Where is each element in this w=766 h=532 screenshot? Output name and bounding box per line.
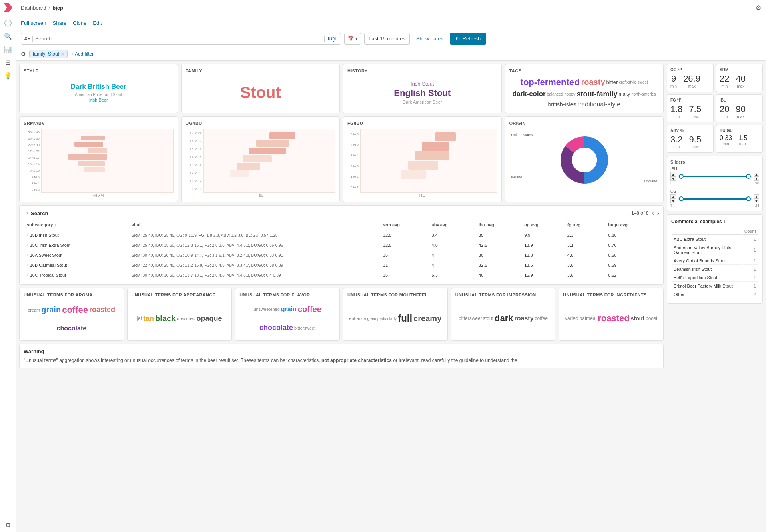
col-srm-avg[interactable]: srm.avg	[380, 220, 429, 230]
og-max-val: 24	[755, 204, 759, 208]
col-ibu-avg[interactable]: ibu.avg	[475, 220, 521, 230]
tags-content: top-fermented roasty bitter craft-style …	[509, 76, 660, 108]
commercial-item-name: Beamish Irish Stout	[672, 266, 742, 273]
ibu-stepper-up[interactable]: ▲	[670, 172, 676, 176]
wc-appearance-title: Unusual terms for Appearance	[132, 292, 228, 297]
commercial-item-name: ABC Extra Stout	[672, 236, 742, 243]
family-content: Stout	[186, 76, 336, 108]
filter-settings-icon[interactable]: ⚙	[21, 51, 26, 57]
ibu-slider-thumb-left[interactable]	[679, 174, 684, 179]
cell-abv-avg: 5.3	[429, 270, 476, 280]
hash-dropdown[interactable]: # ▾	[24, 36, 33, 42]
wc-impression-stout: stout	[483, 316, 493, 321]
commercial-table: Count ABC Extra Stout 1 Anderson Valley …	[671, 228, 758, 299]
stat-abv-min: 3.2	[670, 134, 683, 145]
ibu-stepper-left[interactable]: ▲ ▼	[670, 172, 676, 181]
ibu-slider-track[interactable]	[678, 176, 752, 177]
og-stepper-down[interactable]: ▼	[670, 199, 676, 203]
search-expand-icon[interactable]: ⇒	[24, 210, 28, 216]
ibu-slider-control: ▲ ▼ ▲ ▼	[670, 172, 759, 181]
search-input[interactable]	[35, 36, 324, 42]
ibu-stepper-down2[interactable]: ▼	[754, 176, 759, 181]
og-ibu-x-label: IBU	[186, 194, 336, 198]
og-stepper-right[interactable]: ▲ ▼	[754, 194, 759, 203]
sidebar-icon-clock[interactable]: 🕐	[4, 19, 12, 27]
stat-ibu: IBU 20 min 90 max	[716, 94, 763, 122]
cell-abv-avg: 4.8	[429, 240, 476, 250]
col-abv-avg[interactable]: abv.avg	[429, 220, 476, 230]
ibu-stepper-up2[interactable]: ▲	[754, 172, 759, 176]
wc-flavor-chocolate: chocolate	[259, 324, 293, 332]
og-slider-thumb-right[interactable]	[746, 196, 751, 201]
cell-vital: SRM: 30-40, IBU: 20-40, OG: 10.9-14.7, F…	[128, 250, 380, 260]
col-fg-avg[interactable]: fg.avg	[564, 220, 605, 230]
sidebar-icon-layers[interactable]: ⊞	[5, 59, 10, 66]
origin-chart: United States Ireland England	[509, 129, 660, 191]
calendar-button[interactable]: 📅 ▾	[344, 33, 361, 45]
ibu-stepper-down[interactable]: ▼	[670, 176, 676, 181]
og-ibu-y-labels: 17 to 2416 to 1715 to 1614 to 1513 to 14…	[186, 129, 202, 193]
tag-british-isles: british-isles	[548, 101, 576, 108]
wc-mouthfeel-content: enhance grain particularly full creamy	[347, 300, 443, 336]
ibu-slider-thumb-right[interactable]	[746, 174, 751, 179]
ibu-slider-row: IBU ▲ ▼ ▲ ▼	[670, 167, 759, 185]
nav-edit[interactable]: Edit	[93, 20, 102, 26]
breadcrumb-dashboard[interactable]: Dashboard	[21, 5, 46, 11]
stat-abv-values: 3.2 min 9.5 max	[670, 134, 710, 149]
row-expand-btn[interactable]: ›	[27, 233, 28, 238]
settings-icon[interactable]: ⚙	[756, 4, 761, 11]
col-subcategory[interactable]: subcategory ↑	[24, 220, 128, 230]
active-filter-family-stout: family: Stout ×	[29, 50, 68, 58]
word-cloud-ingredients: Unusual terms for Ingredients varied oat…	[559, 288, 664, 341]
col-og-avg[interactable]: og.avg	[521, 220, 564, 230]
cell-ibu-avg: 32.5	[475, 260, 521, 270]
search-table-body: ›15B Irish Stout SRM: 25-40, IBU: 25-45,…	[24, 230, 659, 280]
row-expand-btn[interactable]: ›	[27, 263, 28, 268]
stat-abv-max-label: max	[689, 145, 702, 149]
add-filter-button[interactable]: + Add filter	[71, 51, 94, 57]
sidebar-icon-bulb[interactable]: 💡	[4, 72, 12, 80]
tag-malty: malty	[619, 91, 630, 97]
next-page-button[interactable]: ›	[657, 210, 659, 217]
og-stepper-up[interactable]: ▲	[670, 194, 676, 199]
cell-subcategory: ›16B Oatmeal Stout	[24, 260, 128, 270]
commercial-info-icon[interactable]: ℹ	[724, 219, 725, 224]
row-expand-btn[interactable]: ›	[27, 243, 28, 248]
wc-aroma-coffee: coffee	[62, 305, 88, 315]
nav-fullscreen[interactable]: Full screen	[21, 20, 46, 26]
og-slider-thumb-left[interactable]	[679, 196, 684, 201]
table-row: ›16C Tropical Stout SRM: 30-40, IBU: 30-…	[24, 270, 659, 280]
table-row: ›16A Sweet Stout SRM: 30-40, IBU: 20-40,…	[24, 250, 659, 260]
nav-share[interactable]: Share	[53, 20, 67, 26]
cell-srm-avg: 32.5	[380, 240, 429, 250]
style-card-title: Style	[24, 68, 174, 73]
cell-bugu-avg: 0.62	[605, 270, 659, 280]
row-expand-btn[interactable]: ›	[27, 253, 28, 258]
col-bugu-avg[interactable]: bugu.avg	[605, 220, 659, 230]
stat-abv: ABV % 3.2 min 9.5 max	[667, 125, 714, 153]
filter-remove-button[interactable]: ×	[61, 51, 64, 57]
og-slider-track[interactable]	[678, 198, 752, 200]
og-stepper-down2[interactable]: ▼	[754, 199, 759, 203]
kql-button[interactable]: KQL	[324, 36, 337, 42]
nav-clone[interactable]: Clone	[73, 20, 86, 26]
commercial-item-count: 2	[743, 291, 758, 298]
refresh-button[interactable]: ↻ Refresh	[450, 33, 487, 45]
wc-flavor-bittersweet: bittersweet	[294, 326, 315, 330]
col-vital[interactable]: vital	[128, 220, 380, 230]
sidebar-icon-search[interactable]: 🔍	[4, 32, 12, 40]
prev-page-button[interactable]: ‹	[652, 210, 654, 217]
cell-abv-avg: 3.4	[429, 230, 476, 240]
og-ibu-plot	[203, 129, 336, 193]
family-card-title: Family	[186, 68, 336, 73]
ibu-stepper-right[interactable]: ▲ ▼	[754, 172, 759, 181]
row-expand-btn[interactable]: ›	[27, 273, 28, 278]
show-dates-button[interactable]: Show dates	[416, 36, 443, 42]
og-stepper-left[interactable]: ▲ ▼	[670, 194, 676, 203]
svg-point-4	[572, 148, 597, 172]
sidebar-icon-chart[interactable]: 📊	[4, 46, 12, 53]
og-stepper-up2[interactable]: ▲	[754, 194, 759, 199]
svg-marker-0	[4, 3, 12, 12]
stat-fg-min-label: min	[670, 114, 683, 119]
srm-abv-title: SRM/ABV	[24, 121, 174, 126]
